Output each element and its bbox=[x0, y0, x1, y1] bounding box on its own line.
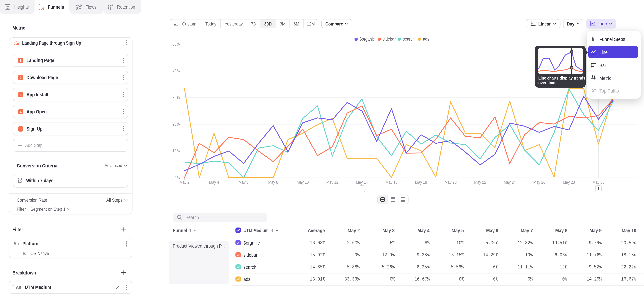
svg-text:May 22: May 22 bbox=[474, 180, 486, 184]
svg-text:May 24: May 24 bbox=[504, 180, 516, 184]
svg-text:20%: 20% bbox=[172, 122, 180, 126]
svg-text:40%: 40% bbox=[172, 68, 180, 73]
svg-text:May 16: May 16 bbox=[386, 180, 398, 184]
svg-text:May 30: May 30 bbox=[592, 180, 604, 184]
svg-text:May 26: May 26 bbox=[533, 180, 545, 184]
svg-text:May 14: May 14 bbox=[356, 180, 368, 184]
svg-text:May 28: May 28 bbox=[563, 180, 575, 184]
svg-text:0%: 0% bbox=[174, 175, 180, 180]
svg-text:10%: 10% bbox=[172, 148, 180, 153]
svg-text:50%: 50% bbox=[172, 42, 180, 46]
svg-text:May 18: May 18 bbox=[415, 180, 427, 184]
svg-text:May 6: May 6 bbox=[239, 180, 248, 184]
svg-text:May 8: May 8 bbox=[268, 180, 278, 184]
svg-text:May 2: May 2 bbox=[180, 180, 189, 184]
svg-text:1: 1 bbox=[598, 186, 600, 191]
svg-text:May 10: May 10 bbox=[297, 180, 309, 184]
svg-text:30%: 30% bbox=[172, 95, 180, 100]
svg-text:May 4: May 4 bbox=[209, 180, 219, 184]
svg-text:1: 1 bbox=[361, 186, 363, 191]
svg-text:May 20: May 20 bbox=[444, 180, 456, 184]
svg-text:May 12: May 12 bbox=[326, 180, 338, 184]
